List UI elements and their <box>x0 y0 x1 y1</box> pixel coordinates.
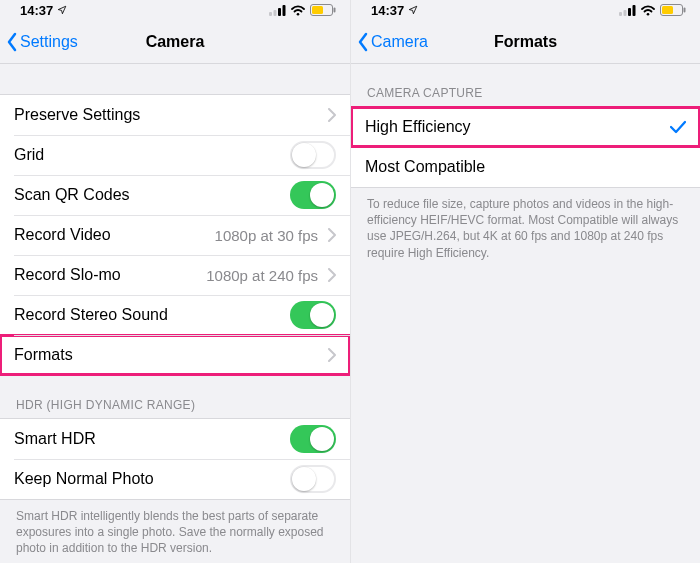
row-label: Keep Normal Photo <box>14 470 154 488</box>
group-camera-main: Preserve Settings Grid Scan QR Codes Rec… <box>0 94 350 376</box>
row-grid: Grid <box>0 135 350 175</box>
section-header-capture: CAMERA CAPTURE <box>351 64 700 106</box>
svg-rect-13 <box>684 8 686 13</box>
section-footer-capture: To reduce file size, capture photos and … <box>351 188 700 275</box>
page-title: Camera <box>0 33 350 51</box>
row-stereo-sound: Record Stereo Sound <box>0 295 350 335</box>
chevron-right-icon <box>328 228 336 242</box>
row-most-compatible[interactable]: Most Compatible <box>351 147 700 187</box>
screen-camera-settings: 14:37 <box>0 0 350 563</box>
row-keep-normal-photo: Keep Normal Photo <box>0 459 350 499</box>
chevron-right-icon <box>328 108 336 122</box>
group-capture: High Efficiency Most Compatible <box>351 106 700 188</box>
status-time: 14:37 <box>371 3 404 18</box>
svg-rect-9 <box>628 8 631 16</box>
row-high-efficiency[interactable]: High Efficiency <box>351 107 700 147</box>
svg-rect-8 <box>624 10 627 16</box>
row-scan-qr: Scan QR Codes <box>0 175 350 215</box>
svg-rect-10 <box>633 5 636 16</box>
screen-formats: 14:37 <box>350 0 700 563</box>
svg-rect-7 <box>619 12 622 16</box>
row-label: Smart HDR <box>14 430 96 448</box>
cellular-icon <box>619 5 636 16</box>
toggle-scan-qr[interactable] <box>290 181 336 209</box>
toggle-grid[interactable] <box>290 141 336 169</box>
status-bar: 14:37 <box>0 0 350 20</box>
row-label: Scan QR Codes <box>14 186 130 204</box>
toggle-stereo-sound[interactable] <box>290 301 336 329</box>
row-smart-hdr: Smart HDR <box>0 419 350 459</box>
chevron-right-icon <box>328 268 336 282</box>
row-label: Grid <box>14 146 44 164</box>
wifi-icon <box>640 5 656 16</box>
row-label: Record Video <box>14 226 111 244</box>
battery-icon <box>660 4 686 16</box>
checkmark-icon <box>670 120 686 134</box>
location-icon <box>57 5 67 15</box>
toggle-smart-hdr[interactable] <box>290 425 336 453</box>
svg-rect-0 <box>269 12 272 16</box>
row-record-slomo[interactable]: Record Slo-mo 1080p at 240 fps <box>0 255 350 295</box>
group-hdr: Smart HDR Keep Normal Photo <box>0 418 350 500</box>
row-label: High Efficiency <box>365 118 471 136</box>
wifi-icon <box>290 5 306 16</box>
nav-bar: Settings Camera <box>0 20 350 64</box>
section-header-hdr: HDR (HIGH DYNAMIC RANGE) <box>0 376 350 418</box>
svg-rect-5 <box>312 6 323 14</box>
page-title: Formats <box>351 33 700 51</box>
status-time: 14:37 <box>20 3 53 18</box>
row-record-video[interactable]: Record Video 1080p at 30 fps <box>0 215 350 255</box>
row-label: Preserve Settings <box>14 106 140 124</box>
toggle-keep-normal[interactable] <box>290 465 336 493</box>
row-preserve-settings[interactable]: Preserve Settings <box>0 95 350 135</box>
row-label: Record Stereo Sound <box>14 306 168 324</box>
row-detail: 1080p at 240 fps <box>206 267 318 284</box>
location-icon <box>408 5 418 15</box>
svg-rect-6 <box>334 8 336 13</box>
svg-rect-3 <box>283 5 286 16</box>
cellular-icon <box>269 5 286 16</box>
svg-rect-12 <box>662 6 673 14</box>
row-label: Most Compatible <box>365 158 485 176</box>
row-label: Record Slo-mo <box>14 266 121 284</box>
battery-icon <box>310 4 336 16</box>
row-detail: 1080p at 30 fps <box>215 227 318 244</box>
nav-bar: Camera Formats <box>351 20 700 64</box>
row-label: Formats <box>14 346 73 364</box>
status-bar: 14:37 <box>351 0 700 20</box>
section-footer-hdr: Smart HDR intelligently blends the best … <box>0 500 350 563</box>
svg-rect-1 <box>274 10 277 16</box>
svg-rect-2 <box>278 8 281 16</box>
row-formats[interactable]: Formats <box>0 335 350 375</box>
chevron-right-icon <box>328 348 336 362</box>
